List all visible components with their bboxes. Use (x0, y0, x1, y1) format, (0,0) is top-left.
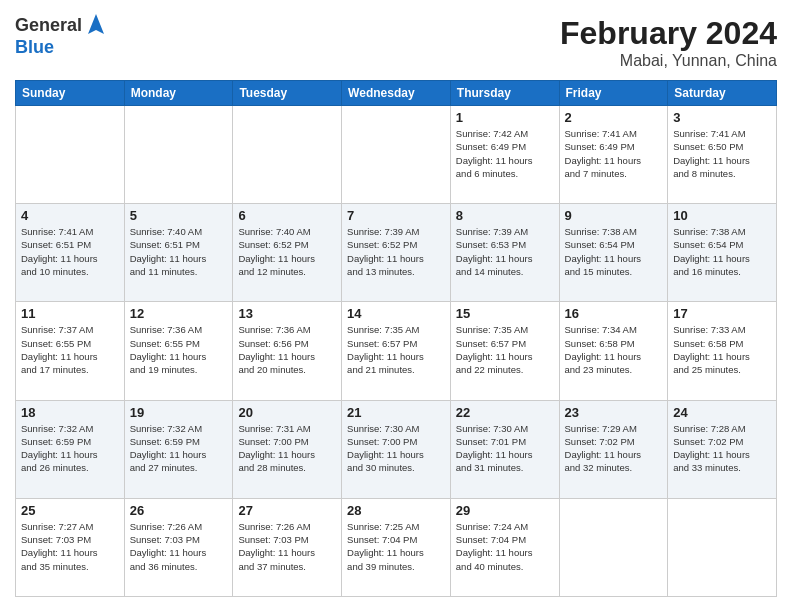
day-info: Sunrise: 7:34 AM Sunset: 6:58 PM Dayligh… (565, 323, 663, 376)
calendar-week-row: 25Sunrise: 7:27 AM Sunset: 7:03 PM Dayli… (16, 498, 777, 596)
day-number: 28 (347, 503, 445, 518)
day-number: 18 (21, 405, 119, 420)
day-number: 21 (347, 405, 445, 420)
page: General Blue February 2024 Mabai, Yunnan… (0, 0, 792, 612)
day-info: Sunrise: 7:35 AM Sunset: 6:57 PM Dayligh… (456, 323, 554, 376)
calendar-cell: 18Sunrise: 7:32 AM Sunset: 6:59 PM Dayli… (16, 400, 125, 498)
day-info: Sunrise: 7:28 AM Sunset: 7:02 PM Dayligh… (673, 422, 771, 475)
calendar-cell (668, 498, 777, 596)
calendar-cell: 20Sunrise: 7:31 AM Sunset: 7:00 PM Dayli… (233, 400, 342, 498)
header-thursday: Thursday (450, 81, 559, 106)
calendar-cell: 22Sunrise: 7:30 AM Sunset: 7:01 PM Dayli… (450, 400, 559, 498)
day-info: Sunrise: 7:39 AM Sunset: 6:52 PM Dayligh… (347, 225, 445, 278)
calendar-cell: 13Sunrise: 7:36 AM Sunset: 6:56 PM Dayli… (233, 302, 342, 400)
title-block: February 2024 Mabai, Yunnan, China (560, 15, 777, 70)
header-wednesday: Wednesday (342, 81, 451, 106)
calendar-cell: 10Sunrise: 7:38 AM Sunset: 6:54 PM Dayli… (668, 204, 777, 302)
logo-icon (86, 12, 106, 36)
calendar-cell: 7Sunrise: 7:39 AM Sunset: 6:52 PM Daylig… (342, 204, 451, 302)
calendar-cell (342, 106, 451, 204)
day-info: Sunrise: 7:25 AM Sunset: 7:04 PM Dayligh… (347, 520, 445, 573)
calendar-cell: 25Sunrise: 7:27 AM Sunset: 7:03 PM Dayli… (16, 498, 125, 596)
day-info: Sunrise: 7:41 AM Sunset: 6:49 PM Dayligh… (565, 127, 663, 180)
logo: General Blue (15, 15, 106, 58)
calendar-cell: 16Sunrise: 7:34 AM Sunset: 6:58 PM Dayli… (559, 302, 668, 400)
calendar-cell (16, 106, 125, 204)
weekday-header-row: Sunday Monday Tuesday Wednesday Thursday… (16, 81, 777, 106)
logo-blue: Blue (15, 37, 106, 59)
calendar-week-row: 18Sunrise: 7:32 AM Sunset: 6:59 PM Dayli… (16, 400, 777, 498)
day-number: 4 (21, 208, 119, 223)
day-info: Sunrise: 7:41 AM Sunset: 6:50 PM Dayligh… (673, 127, 771, 180)
calendar-cell: 14Sunrise: 7:35 AM Sunset: 6:57 PM Dayli… (342, 302, 451, 400)
day-number: 19 (130, 405, 228, 420)
header-monday: Monday (124, 81, 233, 106)
calendar: Sunday Monday Tuesday Wednesday Thursday… (15, 80, 777, 597)
svg-marker-0 (88, 14, 104, 34)
day-info: Sunrise: 7:40 AM Sunset: 6:51 PM Dayligh… (130, 225, 228, 278)
day-number: 27 (238, 503, 336, 518)
day-number: 23 (565, 405, 663, 420)
day-info: Sunrise: 7:39 AM Sunset: 6:53 PM Dayligh… (456, 225, 554, 278)
day-number: 8 (456, 208, 554, 223)
day-info: Sunrise: 7:41 AM Sunset: 6:51 PM Dayligh… (21, 225, 119, 278)
day-number: 14 (347, 306, 445, 321)
day-number: 12 (130, 306, 228, 321)
day-number: 1 (456, 110, 554, 125)
calendar-cell: 23Sunrise: 7:29 AM Sunset: 7:02 PM Dayli… (559, 400, 668, 498)
day-number: 15 (456, 306, 554, 321)
day-number: 2 (565, 110, 663, 125)
main-title: February 2024 (560, 15, 777, 52)
day-number: 26 (130, 503, 228, 518)
day-info: Sunrise: 7:30 AM Sunset: 7:01 PM Dayligh… (456, 422, 554, 475)
day-number: 7 (347, 208, 445, 223)
calendar-cell: 9Sunrise: 7:38 AM Sunset: 6:54 PM Daylig… (559, 204, 668, 302)
calendar-cell: 8Sunrise: 7:39 AM Sunset: 6:53 PM Daylig… (450, 204, 559, 302)
day-number: 22 (456, 405, 554, 420)
calendar-cell: 15Sunrise: 7:35 AM Sunset: 6:57 PM Dayli… (450, 302, 559, 400)
day-info: Sunrise: 7:26 AM Sunset: 7:03 PM Dayligh… (238, 520, 336, 573)
day-info: Sunrise: 7:38 AM Sunset: 6:54 PM Dayligh… (673, 225, 771, 278)
calendar-cell (559, 498, 668, 596)
calendar-cell: 28Sunrise: 7:25 AM Sunset: 7:04 PM Dayli… (342, 498, 451, 596)
header-saturday: Saturday (668, 81, 777, 106)
calendar-cell: 5Sunrise: 7:40 AM Sunset: 6:51 PM Daylig… (124, 204, 233, 302)
logo-text: General Blue (15, 15, 106, 58)
day-number: 16 (565, 306, 663, 321)
day-number: 6 (238, 208, 336, 223)
day-info: Sunrise: 7:31 AM Sunset: 7:00 PM Dayligh… (238, 422, 336, 475)
day-info: Sunrise: 7:32 AM Sunset: 6:59 PM Dayligh… (130, 422, 228, 475)
day-number: 11 (21, 306, 119, 321)
day-info: Sunrise: 7:26 AM Sunset: 7:03 PM Dayligh… (130, 520, 228, 573)
day-info: Sunrise: 7:32 AM Sunset: 6:59 PM Dayligh… (21, 422, 119, 475)
day-number: 25 (21, 503, 119, 518)
calendar-cell: 2Sunrise: 7:41 AM Sunset: 6:49 PM Daylig… (559, 106, 668, 204)
calendar-cell: 21Sunrise: 7:30 AM Sunset: 7:00 PM Dayli… (342, 400, 451, 498)
calendar-cell: 1Sunrise: 7:42 AM Sunset: 6:49 PM Daylig… (450, 106, 559, 204)
day-number: 3 (673, 110, 771, 125)
day-info: Sunrise: 7:38 AM Sunset: 6:54 PM Dayligh… (565, 225, 663, 278)
calendar-cell (124, 106, 233, 204)
day-number: 9 (565, 208, 663, 223)
calendar-cell: 29Sunrise: 7:24 AM Sunset: 7:04 PM Dayli… (450, 498, 559, 596)
day-number: 13 (238, 306, 336, 321)
calendar-cell: 17Sunrise: 7:33 AM Sunset: 6:58 PM Dayli… (668, 302, 777, 400)
day-number: 24 (673, 405, 771, 420)
header-friday: Friday (559, 81, 668, 106)
calendar-cell: 27Sunrise: 7:26 AM Sunset: 7:03 PM Dayli… (233, 498, 342, 596)
header: General Blue February 2024 Mabai, Yunnan… (15, 15, 777, 70)
calendar-cell: 19Sunrise: 7:32 AM Sunset: 6:59 PM Dayli… (124, 400, 233, 498)
day-info: Sunrise: 7:37 AM Sunset: 6:55 PM Dayligh… (21, 323, 119, 376)
day-info: Sunrise: 7:35 AM Sunset: 6:57 PM Dayligh… (347, 323, 445, 376)
calendar-cell (233, 106, 342, 204)
day-info: Sunrise: 7:33 AM Sunset: 6:58 PM Dayligh… (673, 323, 771, 376)
calendar-week-row: 4Sunrise: 7:41 AM Sunset: 6:51 PM Daylig… (16, 204, 777, 302)
header-tuesday: Tuesday (233, 81, 342, 106)
day-info: Sunrise: 7:40 AM Sunset: 6:52 PM Dayligh… (238, 225, 336, 278)
calendar-cell: 11Sunrise: 7:37 AM Sunset: 6:55 PM Dayli… (16, 302, 125, 400)
calendar-cell: 4Sunrise: 7:41 AM Sunset: 6:51 PM Daylig… (16, 204, 125, 302)
day-info: Sunrise: 7:24 AM Sunset: 7:04 PM Dayligh… (456, 520, 554, 573)
day-info: Sunrise: 7:27 AM Sunset: 7:03 PM Dayligh… (21, 520, 119, 573)
day-number: 5 (130, 208, 228, 223)
calendar-cell: 6Sunrise: 7:40 AM Sunset: 6:52 PM Daylig… (233, 204, 342, 302)
